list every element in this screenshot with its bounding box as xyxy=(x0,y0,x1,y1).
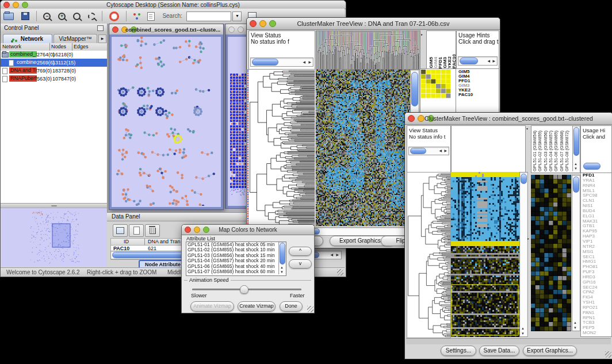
table-header-id[interactable]: ID xyxy=(124,239,129,244)
scroll-right-icon[interactable]: ▶ xyxy=(336,253,339,256)
scroll-left-icon[interactable]: ◀ xyxy=(303,60,305,64)
heatmap-vscrollbar[interactable]: ▲ ▼ xyxy=(519,172,528,337)
slider-thumb[interactable] xyxy=(240,285,248,294)
network-overview-panel[interactable] xyxy=(1,208,107,267)
scrollbar-thumb[interactable] xyxy=(573,177,579,193)
scroll-left-icon[interactable]: ◀ xyxy=(330,253,333,256)
new-attribute-button[interactable] xyxy=(129,224,144,237)
array-column-label: GPL51-04 (GSM857) xyxy=(548,131,553,171)
open-file-icon[interactable] xyxy=(3,13,14,20)
scroll-up-icon[interactable]: ▲ xyxy=(573,321,577,324)
attribute-list-item[interactable]: GPL51-07 (GSM868) heat shock 60 min xyxy=(186,269,286,274)
save-data-button[interactable]: Save Data... xyxy=(479,346,519,356)
heatmap-canvas[interactable] xyxy=(316,70,419,226)
search-input[interactable] xyxy=(186,12,231,21)
scroll-down-icon[interactable]: ▼ xyxy=(574,167,577,170)
expand-arrow-icon[interactable]: ▸ xyxy=(421,33,423,36)
network-overview-canvas[interactable] xyxy=(1,208,106,266)
main-titlebar[interactable]: Cytoscape Desktop (Session Name: collins… xyxy=(1,1,346,9)
close-icon[interactable] xyxy=(228,26,235,33)
attribute-list-vscrollbar[interactable]: ▲ ▼ xyxy=(278,242,286,274)
network-list-row[interactable]: combined_sco2569(6)13112(15) xyxy=(1,59,107,67)
network-nodes-count: 769(0) xyxy=(37,68,52,74)
minimize-icon[interactable] xyxy=(238,26,244,33)
scroll-right-icon[interactable]: ▶ xyxy=(308,60,311,64)
scroll-right-icon[interactable]: ▶ xyxy=(492,59,495,63)
annotation-icon[interactable] xyxy=(147,12,155,21)
scrollbar-thumb[interactable] xyxy=(410,148,426,154)
scrollbar-thumb[interactable] xyxy=(280,243,285,265)
zoom-in-icon[interactable]: + xyxy=(58,13,66,20)
column-dendrogram-canvas[interactable] xyxy=(316,30,420,70)
scrollbar-thumb[interactable] xyxy=(460,58,478,64)
network-window-title: combined_scores_good.txt--cluste... xyxy=(125,26,223,33)
column-dendrogram-panel[interactable] xyxy=(451,125,526,173)
column-header-nodes[interactable]: Nodes xyxy=(51,44,66,49)
view-status-hscrollbar[interactable]: ◀ ▶ xyxy=(408,147,449,155)
scroll-down-icon[interactable]: ▼ xyxy=(280,270,284,274)
scroll-left-icon[interactable]: ◀ xyxy=(439,149,442,152)
scroll-down-icon[interactable]: ▼ xyxy=(521,332,525,335)
settings-button[interactable]: Settings... xyxy=(441,346,476,356)
resize-grip[interactable] xyxy=(337,269,343,275)
scroll-right-icon[interactable]: ▶ xyxy=(444,149,447,152)
search-dropdown-button[interactable]: ▼ xyxy=(232,12,242,21)
usage-hints-hscrollbar[interactable]: ◀ ▶ xyxy=(458,56,498,66)
expand-arrow-icon[interactable]: ▾ xyxy=(526,127,528,131)
doc-icon xyxy=(9,60,14,66)
zoom-vscrollbar[interactable]: ▲ ▼ xyxy=(572,175,580,331)
scrollbar-thumb[interactable] xyxy=(583,163,600,170)
scroll-up-icon[interactable]: ▲ xyxy=(280,266,284,269)
zoom-out-icon[interactable]: − xyxy=(43,13,51,20)
animate-vizmap-button[interactable]: Animate Vizmap xyxy=(190,301,234,312)
tab-vizmapper[interactable]: VizMapper™ xyxy=(53,34,97,43)
resize-grip[interactable] xyxy=(307,306,313,312)
scroll-left-icon[interactable]: ◀ xyxy=(487,59,490,63)
move-down-button[interactable]: v xyxy=(289,259,312,269)
scrollbar-thumb[interactable] xyxy=(411,72,418,106)
move-up-button[interactable]: ^ xyxy=(289,247,312,256)
network-list-row[interactable]: RNAPuberNov2+563(0)107847(0) xyxy=(1,75,107,83)
zoom-fit-icon[interactable] xyxy=(73,13,81,20)
save-session-icon[interactable] xyxy=(21,12,29,20)
network-view-window-1[interactable]: combined_scores_good.txt--cluste... xyxy=(109,24,224,210)
scrollbar-thumb[interactable] xyxy=(573,127,579,156)
tab-network[interactable]: Network xyxy=(3,34,52,43)
heatmap-canvas[interactable] xyxy=(451,172,519,337)
done-button[interactable]: Done xyxy=(280,301,303,312)
create-vizmap-button[interactable]: Create Vizmap xyxy=(238,301,276,312)
network-list-row[interactable]: combined_scores2764(0)16218(0) xyxy=(1,51,107,59)
export-graphics-button[interactable]: Export Graphics... xyxy=(523,346,577,356)
correlation-matrix-canvas[interactable] xyxy=(421,70,451,98)
view-status-text: No status info t xyxy=(409,133,445,140)
help-lifesaver-icon[interactable] xyxy=(109,12,119,21)
resize-grip[interactable] xyxy=(605,351,611,358)
zoom-selected-icon[interactable] xyxy=(88,13,95,20)
scroll-down-icon[interactable]: ▼ xyxy=(573,326,577,329)
scroll-up-icon[interactable]: ▲ xyxy=(521,327,525,330)
scrollbar-thumb[interactable] xyxy=(252,59,278,66)
column-labels-vscrollbar[interactable]: ▲ ▼ xyxy=(572,126,580,171)
view-status-hscrollbar[interactable]: ◀ ▶ xyxy=(250,58,313,67)
row-dendrogram-canvas[interactable] xyxy=(249,70,315,226)
expand-arrow-icon[interactable]: ▸ xyxy=(527,237,529,240)
column-header-edges[interactable]: Edges xyxy=(74,44,89,49)
network-name: combined_scores xyxy=(9,51,37,58)
float-panel-icon[interactable] xyxy=(97,25,104,31)
attribute-listbox[interactable]: GPL51-01 (GSM854) heat shock 05 minGPL51… xyxy=(186,242,286,276)
scroll-up-icon[interactable]: ▲ xyxy=(574,162,577,166)
row-dendrogram-canvas[interactable] xyxy=(407,172,451,338)
close-icon[interactable] xyxy=(112,26,118,33)
delete-attribute-button[interactable] xyxy=(145,224,160,237)
gene-label[interactable]: MON2 xyxy=(581,331,611,336)
zoom-heatmap-canvas[interactable] xyxy=(531,175,571,331)
column-header-network[interactable]: Network xyxy=(2,44,21,49)
network-list-row[interactable]: DNA and Tran 07769(0)183728(0) xyxy=(1,67,107,75)
vizmapper-icon[interactable] xyxy=(133,13,136,16)
select-attributes-button[interactable] xyxy=(113,224,128,237)
network-list: combined_scores2764(0)16218(0)combined_s… xyxy=(1,51,107,83)
network-canvas-clusters[interactable] xyxy=(112,37,220,206)
tab-overflow-button[interactable]: ▶ xyxy=(98,35,106,43)
network-name: DNA and Tran 07 xyxy=(9,67,37,74)
scrollbar-thumb[interactable] xyxy=(521,174,527,184)
